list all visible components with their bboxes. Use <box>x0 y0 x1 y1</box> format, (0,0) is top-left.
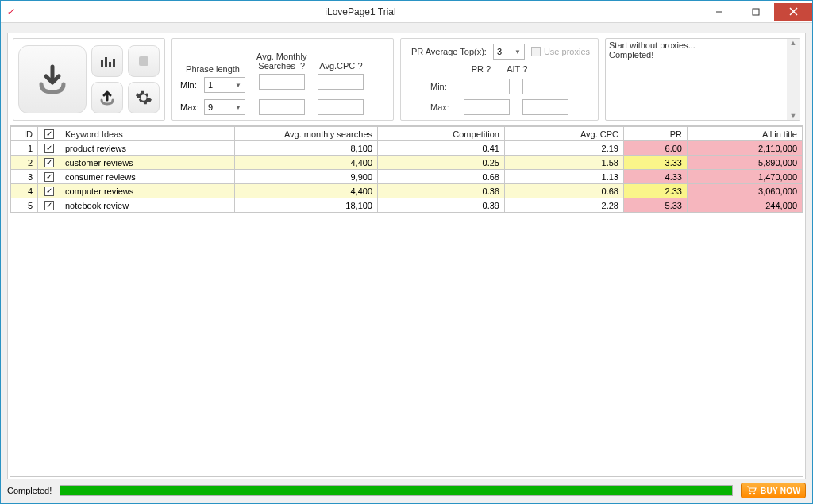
cell-comp: 0.36 <box>378 184 505 198</box>
buy-now-button[interactable]: BUY NOW <box>741 483 806 498</box>
col-ams[interactable]: Avg. monthly searches <box>235 127 378 141</box>
status-text: Completed! <box>7 486 52 495</box>
cell-keyword: consumer reviews <box>60 170 235 184</box>
phrase-min-select[interactable]: 1▼ <box>204 77 245 93</box>
pr-avg-top-select[interactable]: 3▼ <box>493 44 525 60</box>
cell-id: 2 <box>11 156 38 170</box>
table-header-row: ID ✓ Keyword Ideas Avg. monthly searches… <box>11 127 803 141</box>
cell-ait: 5,890,000 <box>688 156 803 170</box>
pr-avg-top-label: PR Average Top(x): <box>411 47 487 56</box>
cell-checkbox[interactable]: ✓ <box>38 156 60 170</box>
cell-checkbox[interactable]: ✓ <box>38 170 60 184</box>
pr-min-input[interactable] <box>464 79 510 94</box>
download-button[interactable] <box>18 45 87 113</box>
col-ait[interactable]: All in title <box>688 127 803 141</box>
cell-ams: 9,900 <box>235 170 378 184</box>
col-keyword[interactable]: Keyword Ideas <box>60 127 235 141</box>
minimize-button[interactable] <box>701 3 738 21</box>
filter-group-2: PR Average Top(x): 3▼ Use proxies PR ? A… <box>400 38 599 121</box>
checkbox-icon: ✓ <box>44 144 54 153</box>
ait-max-input[interactable] <box>522 99 568 115</box>
phrase-length-label: Phrase length <box>180 64 245 74</box>
cell-cpc: 1.58 <box>505 156 624 170</box>
ams-filter: Avg. Monthly Searches ? <box>256 52 306 115</box>
table-row[interactable]: 5✓notebook review18,1000.392.285.33244,0… <box>11 198 803 213</box>
cell-id: 1 <box>11 141 38 156</box>
log-panel: Start without proxies... Completed! ▲▼ <box>605 38 800 121</box>
checkbox-icon: ✓ <box>44 201 54 210</box>
maximize-button[interactable] <box>738 3 774 21</box>
table-row[interactable]: 1✓product reviews8,1000.412.196.002,110,… <box>11 141 803 156</box>
cell-keyword: notebook review <box>60 198 235 213</box>
gear-icon <box>135 89 152 106</box>
cell-id: 4 <box>11 184 38 198</box>
use-proxies-checkbox[interactable]: Use proxies <box>531 47 590 56</box>
cell-cpc: 0.68 <box>505 184 624 198</box>
close-button[interactable] <box>774 3 812 21</box>
filter-group-1: Phrase length Min: 1▼ Max: 9▼ Avg. Month… <box>171 38 394 121</box>
cell-pr: 5.33 <box>624 198 688 213</box>
table-row[interactable]: 3✓consumer reviews9,9000.681.134.331,470… <box>11 170 803 184</box>
cell-ams: 4,400 <box>235 184 378 198</box>
col-checkbox[interactable]: ✓ <box>38 127 60 141</box>
window-controls <box>701 3 812 21</box>
col-cpc[interactable]: Avg. CPC <box>505 127 624 141</box>
cell-pr: 3.33 <box>624 156 688 170</box>
log-scrollbar[interactable]: ▲▼ <box>787 39 800 120</box>
log-line: Completed! <box>609 50 796 60</box>
cpc-max-input[interactable] <box>318 99 364 115</box>
log-line: Start without proxies... <box>609 40 796 50</box>
col-comp[interactable]: Competition <box>378 127 505 141</box>
cell-checkbox[interactable]: ✓ <box>38 198 60 213</box>
pr-max-input[interactable] <box>464 99 510 115</box>
checkbox-icon <box>531 47 541 56</box>
cell-checkbox[interactable]: ✓ <box>38 141 60 156</box>
table-row[interactable]: 4✓computer reviews4,4000.360.682.333,060… <box>11 184 803 198</box>
cell-ams: 4,400 <box>235 156 378 170</box>
cell-ait: 1,470,000 <box>688 170 803 184</box>
cpc-filter: Avg.CPC ? <box>318 61 364 115</box>
cell-id: 3 <box>11 170 38 184</box>
cart-icon <box>746 486 757 495</box>
upload-button[interactable] <box>91 82 123 113</box>
stop-button[interactable] <box>128 45 160 77</box>
svg-rect-5 <box>105 57 107 67</box>
settings-button[interactable] <box>128 82 160 113</box>
chevron-down-icon: ▼ <box>235 82 241 89</box>
col-id[interactable]: ID <box>11 127 38 141</box>
cell-cpc: 2.28 <box>505 198 624 213</box>
chevron-down-icon: ▼ <box>235 104 241 111</box>
cell-keyword: product reviews <box>60 141 235 156</box>
cell-comp: 0.39 <box>378 198 505 213</box>
svg-point-9 <box>749 493 751 494</box>
phrase-max-select[interactable]: 9▼ <box>204 99 245 115</box>
stop-icon <box>137 54 151 68</box>
cell-keyword: customer reviews <box>60 156 235 170</box>
checkbox-icon: ✓ <box>44 172 54 182</box>
chart-button[interactable] <box>91 45 123 77</box>
ams-max-input[interactable] <box>259 99 305 115</box>
table-row[interactable]: 2✓customer reviews4,4000.251.583.335,890… <box>11 156 803 170</box>
toolbar-group <box>13 38 165 121</box>
results-table: ID ✓ Keyword Ideas Avg. monthly searches… <box>10 126 803 213</box>
toolbar-col-1 <box>91 45 123 113</box>
phrase-length-filter: Phrase length Min: 1▼ Max: 9▼ <box>180 64 245 115</box>
top-panel: Phrase length Min: 1▼ Max: 9▼ Avg. Month… <box>8 33 805 125</box>
cell-checkbox[interactable]: ✓ <box>38 184 60 198</box>
ait-min-input[interactable] <box>522 79 568 94</box>
max-label: Max: <box>180 102 204 112</box>
svg-rect-7 <box>113 59 115 67</box>
results-table-wrap: ID ✓ Keyword Ideas Avg. monthly searches… <box>10 125 803 477</box>
checkbox-icon: ✓ <box>44 187 54 196</box>
cell-id: 5 <box>11 198 38 213</box>
cpc-min-input[interactable] <box>318 74 364 90</box>
cell-comp: 0.25 <box>378 156 505 170</box>
titlebar: ✓ iLovePage1 Trial <box>1 1 812 23</box>
cell-comp: 0.68 <box>378 170 505 184</box>
cell-cpc: 1.13 <box>505 170 624 184</box>
col-pr[interactable]: PR <box>624 127 688 141</box>
svg-rect-1 <box>753 9 759 15</box>
ams-min-input[interactable] <box>259 74 305 90</box>
svg-rect-6 <box>109 62 111 67</box>
checkbox-icon: ✓ <box>44 158 54 167</box>
